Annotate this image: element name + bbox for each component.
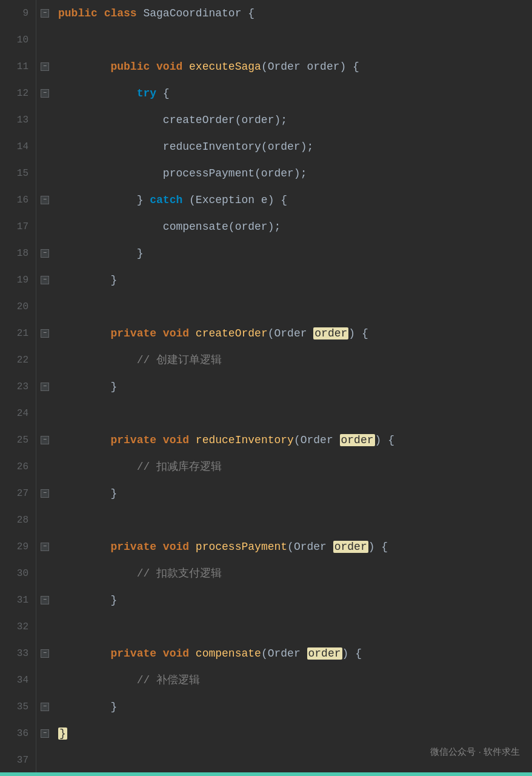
- gutter-line: [36, 400, 53, 427]
- fold-icon[interactable]: −: [41, 489, 49, 498]
- fold-icon[interactable]: −: [41, 543, 49, 551]
- gutter-line: [36, 453, 53, 480]
- code-line: public void executeSaga(Order order) {: [58, 53, 532, 80]
- code-line: // 创建订单逻辑: [58, 347, 532, 373]
- comment: // 创建订单逻辑: [137, 354, 222, 366]
- fold-icon[interactable]: −: [41, 703, 49, 711]
- fold-icon[interactable]: −: [41, 9, 49, 18]
- code-line: createOrder(order);: [58, 107, 532, 133]
- fold-icon[interactable]: −: [41, 436, 49, 444]
- line-number: 29: [0, 534, 28, 560]
- fold-icon[interactable]: −: [41, 329, 49, 338]
- code-editor: 9101112131415161718192021222324252627282…: [0, 0, 532, 776]
- fold-icon[interactable]: −: [41, 249, 49, 258]
- line-number: 13: [0, 107, 28, 133]
- code-text: SagaCoordinator {: [143, 7, 254, 19]
- fold-icon[interactable]: −: [41, 649, 49, 658]
- keyword: private: [110, 434, 162, 446]
- code-line: // 扣款支付逻辑: [58, 560, 532, 587]
- fold-icon[interactable]: −: [41, 196, 49, 204]
- code-text: compensate(order);: [163, 221, 281, 233]
- code-line: compensate(order);: [58, 213, 532, 240]
- line-number: 19: [0, 267, 28, 293]
- line-number: 18: [0, 240, 28, 267]
- gutter-line: −: [36, 694, 53, 720]
- gutter-line: [36, 747, 53, 774]
- gutter-line: −: [36, 267, 53, 293]
- code-line: [58, 293, 532, 320]
- keyword: private: [110, 647, 162, 660]
- code-text: }: [110, 487, 117, 500]
- keyword: private: [110, 541, 162, 553]
- code-text: }: [137, 194, 150, 206]
- fold-icon[interactable]: −: [41, 62, 49, 71]
- watermark: 微信公众号 · 软件求生: [430, 738, 520, 765]
- gutter-line: −: [36, 373, 53, 400]
- code-line: [58, 400, 532, 427]
- code-line: public class SagaCoordinator {: [58, 0, 532, 27]
- gutter-line: [36, 160, 53, 187]
- line-number: 36: [0, 720, 28, 747]
- line-number: 17: [0, 213, 28, 240]
- line-numbers: 9101112131415161718192021222324252627282…: [0, 0, 36, 776]
- keyword-blue: catch: [150, 194, 189, 206]
- line-number: 27: [0, 480, 28, 507]
- keyword: void: [163, 327, 196, 340]
- gutter-line: −: [36, 587, 53, 614]
- keyword-blue: try: [137, 87, 163, 99]
- gutter-line: [36, 560, 53, 587]
- code-text: ) {: [375, 434, 394, 446]
- code-line: private void createOrder(Order order) {: [58, 320, 532, 347]
- highlighted-param: order: [307, 647, 342, 660]
- code-text: (Exception e) {: [189, 194, 287, 206]
- code-line: [58, 507, 532, 534]
- line-number: 31: [0, 587, 28, 614]
- highlighted-param: order: [340, 434, 375, 446]
- code-text: }: [110, 701, 117, 713]
- gutter-line: −: [36, 427, 53, 453]
- code-line: try {: [58, 80, 532, 107]
- gutter: −−−−−−−−−−−−−−−: [36, 0, 53, 776]
- keyword: void: [163, 434, 196, 446]
- line-number: 15: [0, 160, 28, 187]
- code-line: private void reduceInventory(Order order…: [58, 427, 532, 453]
- fold-icon[interactable]: −: [41, 276, 49, 284]
- highlighted-brace: }: [58, 728, 67, 740]
- code-line: // 扣减库存逻辑: [58, 453, 532, 480]
- code-text: {: [163, 87, 170, 99]
- line-number: 28: [0, 507, 28, 534]
- line-number: 25: [0, 427, 28, 453]
- keyword: void: [163, 541, 196, 553]
- gutter-line: −: [36, 480, 53, 507]
- line-number: 30: [0, 560, 28, 587]
- gutter-line: [36, 614, 53, 640]
- code-line: private void processPayment(Order order)…: [58, 534, 532, 560]
- accent-bar: [0, 772, 532, 776]
- code-text: }: [137, 247, 144, 259]
- code-line: reduceInventory(order);: [58, 133, 532, 160]
- code-line: }: [58, 373, 532, 400]
- code-line: }: [58, 694, 532, 720]
- gutter-line: −: [36, 187, 53, 213]
- code-line: }: [58, 480, 532, 507]
- keyword: void: [156, 61, 189, 73]
- function-name: compensate: [196, 647, 261, 660]
- line-number: 37: [0, 747, 28, 774]
- gutter-line: [36, 293, 53, 320]
- line-number: 22: [0, 347, 28, 373]
- keyword: private: [110, 327, 162, 340]
- fold-icon[interactable]: −: [41, 596, 49, 604]
- line-number: 34: [0, 667, 28, 694]
- keyword: public: [110, 61, 156, 73]
- comment: // 扣减库存逻辑: [137, 461, 222, 473]
- code-line: private void compensate(Order order) {: [58, 640, 532, 667]
- fold-icon[interactable]: −: [41, 729, 49, 738]
- code-line: [58, 614, 532, 640]
- gutter-line: [36, 213, 53, 240]
- code-line: // 补偿逻辑: [58, 667, 532, 694]
- line-number: 14: [0, 133, 28, 160]
- fold-icon[interactable]: −: [41, 383, 49, 391]
- code-text: ) {: [348, 327, 368, 340]
- comment: // 补偿逻辑: [137, 674, 200, 686]
- fold-icon[interactable]: −: [41, 89, 49, 98]
